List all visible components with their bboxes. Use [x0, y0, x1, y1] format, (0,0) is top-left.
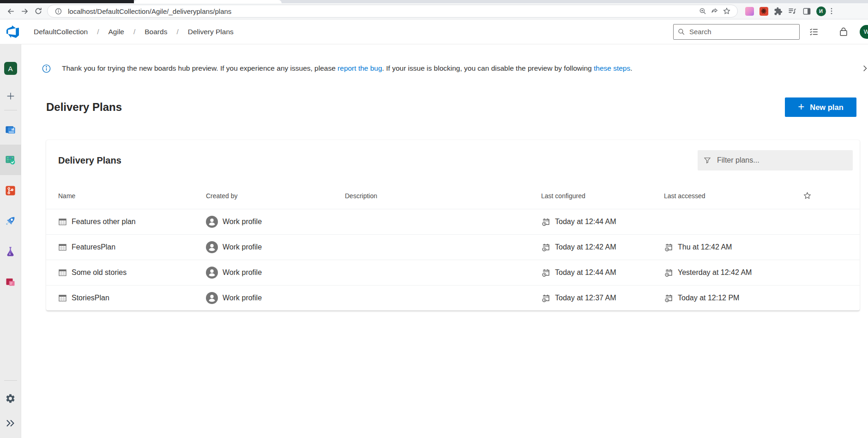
window-frame [0, 0, 134, 3]
project-avatar[interactable]: A [4, 62, 17, 75]
col-description[interactable]: Description [345, 192, 541, 200]
extensions-row: И [744, 6, 833, 16]
preview-banner: Thank you for trying the new boards hub … [21, 55, 868, 81]
person-avatar-icon [206, 216, 218, 228]
col-last-accessed[interactable]: Last accessed [664, 192, 803, 200]
banner-expand-icon[interactable] [861, 64, 868, 73]
work-items-checklist-icon[interactable] [806, 24, 822, 40]
these-steps-link[interactable]: these steps [594, 64, 630, 72]
table-row[interactable]: Some old stories Work profile Today at 1… [46, 260, 860, 285]
boards-icon [4, 154, 17, 166]
settings-gear-icon[interactable] [0, 385, 21, 411]
browser-toolbar: localhost/DefaultCollection/Agile/_deliv… [0, 3, 868, 19]
share-icon[interactable] [709, 5, 721, 17]
calendar-clock-icon [541, 268, 550, 277]
sidebar-divider [4, 380, 17, 381]
user-avatar[interactable]: W [860, 25, 868, 39]
delivery-plans-card: Delivery Plans Name Created by Descripti… [46, 140, 860, 310]
reload-icon[interactable] [31, 4, 45, 18]
plan-name: Features other plan [72, 218, 136, 226]
sidebar-item-overview[interactable] [0, 114, 21, 145]
zoom-page-icon[interactable] [697, 5, 709, 17]
page-title-row: Delivery Plans + New plan [21, 94, 868, 120]
sidebar-item-repos[interactable] [0, 175, 21, 206]
table-row[interactable]: StoriesPlan Work profile Today at 12:37 … [46, 285, 860, 310]
back-icon[interactable] [4, 4, 18, 18]
favorite-star-icon[interactable] [803, 191, 812, 200]
artifacts-icon [4, 276, 17, 288]
extensions-puzzle-icon[interactable] [773, 6, 783, 16]
table-row[interactable]: Features other plan Work profile Today a… [46, 209, 860, 234]
last-accessed: Yesterday at 12:42 AM [678, 268, 752, 277]
main-content: Thank you for trying the new boards hub … [21, 44, 868, 438]
plan-name: FeaturesPlan [72, 243, 115, 251]
side-panel-icon[interactable] [802, 6, 812, 16]
person-avatar-icon [206, 292, 218, 304]
col-name[interactable]: Name [58, 192, 206, 200]
calendar-clock-icon [541, 243, 550, 252]
person-avatar-icon [206, 241, 218, 253]
filter-input[interactable] [717, 156, 837, 164]
col-created-by[interactable]: Created by [206, 192, 345, 200]
new-plan-button[interactable]: + New plan [785, 97, 856, 117]
add-icon[interactable] [0, 90, 21, 103]
forward-icon[interactable] [18, 4, 31, 18]
breadcrumb-separator: / [125, 28, 144, 36]
pipelines-icon [4, 215, 17, 227]
test-plans-icon [4, 245, 17, 258]
breadcrumb-collection[interactable]: DefaultCollection [33, 25, 89, 39]
project-sidebar: A [0, 44, 21, 438]
calendar-clock-icon [664, 268, 673, 277]
sidebar-item-test-plans[interactable] [0, 236, 21, 267]
active-tab[interactable] [134, 0, 282, 3]
breadcrumb-separator: / [168, 28, 187, 36]
overview-icon [4, 123, 17, 136]
col-last-configured[interactable]: Last configured [541, 192, 664, 200]
page-title: Delivery Plans [46, 101, 122, 114]
last-configured: Today at 12:44 AM [555, 268, 616, 277]
last-configured: Today at 12:42 AM [555, 243, 616, 251]
breadcrumb-project[interactable]: Agile [108, 25, 125, 39]
sidebar-item-artifacts[interactable] [0, 267, 21, 297]
azure-devops-header: DefaultCollection / Agile / Boards / Del… [0, 19, 868, 44]
plan-grid-icon [58, 218, 67, 226]
created-by: Work profile [223, 294, 262, 302]
extension-gradient-icon[interactable] [744, 6, 754, 16]
table-row[interactable]: FeaturesPlan Work profile Today at 12:42… [46, 234, 860, 260]
marketplace-bag-icon[interactable] [836, 24, 851, 40]
calendar-clock-icon [541, 217, 550, 226]
last-configured: Today at 12:44 AM [555, 218, 616, 226]
last-configured: Today at 12:37 AM [555, 294, 616, 302]
browser-tab-strip [0, 0, 868, 3]
url-text[interactable]: localhost/DefaultCollection/Agile/_deliv… [68, 7, 697, 15]
banner-text: Thank you for trying the new boards hub … [62, 64, 633, 73]
search-box[interactable] [673, 24, 800, 40]
azure-devops-logo[interactable] [6, 25, 19, 38]
calendar-clock-icon [541, 293, 550, 303]
sidebar-item-boards[interactable] [0, 145, 21, 175]
bookmark-star-icon[interactable] [721, 5, 733, 17]
breadcrumb-separator: / [89, 28, 107, 36]
created-by: Work profile [223, 218, 262, 226]
plan-grid-icon [58, 268, 67, 277]
report-bug-link[interactable]: report the bug [338, 64, 382, 72]
created-by: Work profile [223, 268, 262, 277]
created-by: Work profile [223, 243, 262, 251]
last-accessed: Thu at 12:42 AM [678, 243, 732, 251]
search-input[interactable] [689, 28, 782, 36]
expand-sidebar-icon[interactable] [0, 411, 21, 435]
browser-profile-avatar[interactable]: И [816, 6, 826, 16]
filter-box[interactable] [698, 150, 853, 170]
plan-grid-icon [58, 243, 67, 252]
browser-menu-icon[interactable] [830, 7, 833, 15]
page-info-icon[interactable] [52, 5, 64, 17]
table-header: Name Created by Description Last configu… [46, 182, 860, 209]
breadcrumb-boards[interactable]: Boards [144, 25, 168, 39]
breadcrumb-delivery-plans[interactable]: Delivery Plans [187, 25, 235, 39]
playlist-icon[interactable] [787, 6, 797, 16]
extension-react-icon[interactable] [759, 6, 769, 16]
sidebar-item-pipelines[interactable] [0, 206, 21, 236]
header-actions: W [673, 19, 868, 44]
url-bar[interactable]: localhost/DefaultCollection/Agile/_deliv… [47, 5, 738, 18]
breadcrumb: DefaultCollection / Agile / Boards / Del… [33, 25, 235, 39]
